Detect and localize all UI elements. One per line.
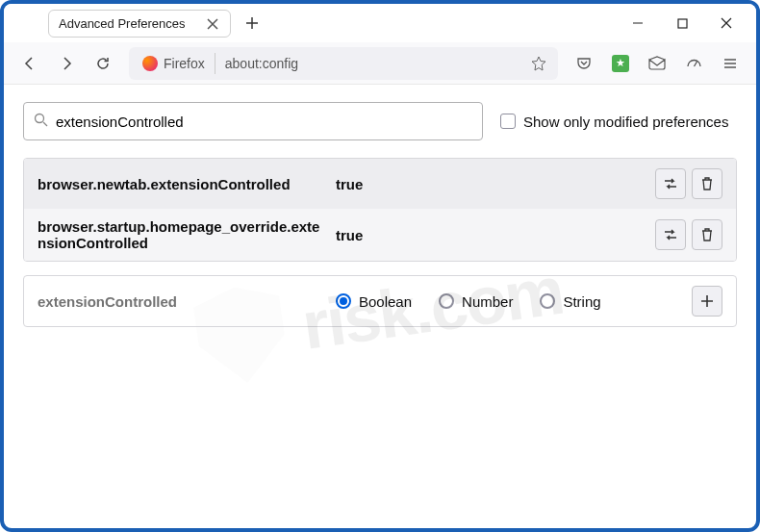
address-bar[interactable]: Firefox about:config xyxy=(129,47,558,80)
url-text: about:config xyxy=(215,56,523,71)
radio-icon xyxy=(336,293,351,309)
delete-button[interactable] xyxy=(692,168,722,199)
new-tab-button[interactable] xyxy=(239,10,266,37)
maximize-button[interactable] xyxy=(660,6,704,40)
pocket-icon[interactable] xyxy=(568,47,600,80)
preference-name: browser.startup.homepage_override.extens… xyxy=(38,218,326,251)
radio-boolean[interactable]: Boolean xyxy=(336,293,412,310)
new-preference-section: extensionControlled Boolean Number Strin… xyxy=(23,275,737,327)
about-config-content: risk.com Show only modified preferences … xyxy=(4,85,756,528)
preference-value: true xyxy=(336,176,646,192)
browser-tab[interactable]: Advanced Preferences xyxy=(48,10,231,38)
preference-row[interactable]: browser.startup.homepage_override.extens… xyxy=(24,209,736,261)
reload-button[interactable] xyxy=(87,47,119,80)
close-tab-icon[interactable] xyxy=(207,16,220,30)
radio-label: String xyxy=(563,293,600,310)
toolbar: Firefox about:config ★ xyxy=(4,42,756,85)
search-row: Show only modified preferences xyxy=(23,102,737,140)
radio-label: Number xyxy=(462,293,513,310)
new-preference-row: extensionControlled Boolean Number Strin… xyxy=(24,276,736,326)
show-modified-label: Show only modified preferences xyxy=(523,114,728,130)
back-button[interactable] xyxy=(13,47,46,80)
extension-icon[interactable]: ★ xyxy=(604,47,637,80)
preference-value: true xyxy=(336,227,646,243)
radio-icon xyxy=(540,293,555,309)
checkbox-icon xyxy=(500,114,516,129)
tab-title: Advanced Preferences xyxy=(59,16,199,31)
delete-button[interactable] xyxy=(692,219,722,250)
preference-row[interactable]: browser.newtab.extensionControlled true xyxy=(24,159,736,209)
bookmark-star-icon[interactable] xyxy=(523,56,554,71)
type-radio-group: Boolean Number String xyxy=(336,293,682,310)
row-actions xyxy=(655,219,722,250)
site-identity[interactable]: Firefox xyxy=(133,47,215,80)
close-window-button[interactable] xyxy=(704,6,748,40)
show-modified-toggle[interactable]: Show only modified preferences xyxy=(500,114,728,130)
toggle-button[interactable] xyxy=(655,168,686,199)
firefox-logo-icon xyxy=(142,56,158,71)
minimize-button[interactable] xyxy=(616,6,660,40)
dashboard-icon[interactable] xyxy=(677,47,710,80)
preference-search-box[interactable] xyxy=(23,102,483,140)
mail-icon[interactable] xyxy=(641,47,673,80)
forward-button[interactable] xyxy=(50,47,83,80)
search-icon xyxy=(34,113,48,131)
svg-point-1 xyxy=(36,114,44,122)
search-input[interactable] xyxy=(56,114,472,130)
new-preference-name: extensionControlled xyxy=(38,293,326,310)
svg-rect-0 xyxy=(678,19,687,28)
window-controls xyxy=(616,6,748,40)
titlebar: Advanced Preferences xyxy=(4,4,756,42)
radio-icon xyxy=(439,293,454,309)
row-actions xyxy=(655,168,722,199)
add-preference-button[interactable] xyxy=(692,286,722,317)
menu-button[interactable] xyxy=(714,47,747,80)
identity-label: Firefox xyxy=(164,56,205,71)
radio-string[interactable]: String xyxy=(540,293,600,310)
preference-table: browser.newtab.extensionControlled true … xyxy=(23,158,737,262)
radio-label: Boolean xyxy=(359,293,412,310)
preference-name: browser.newtab.extensionControlled xyxy=(38,176,326,192)
radio-number[interactable]: Number xyxy=(439,293,513,310)
toggle-button[interactable] xyxy=(655,219,686,250)
browser-window: Advanced Preferences xyxy=(4,4,756,528)
